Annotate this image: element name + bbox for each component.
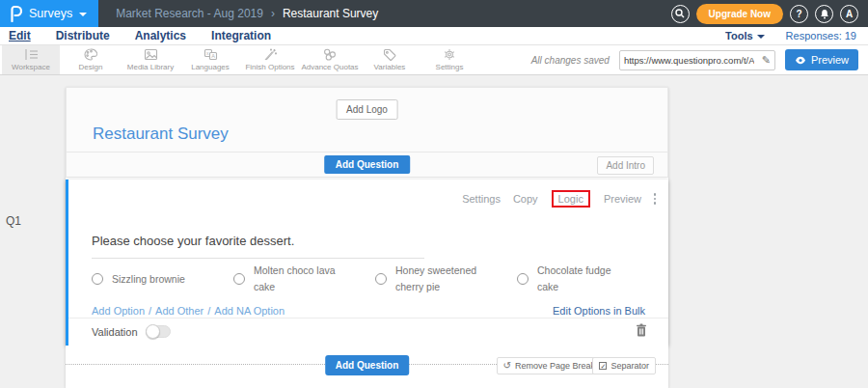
toolbar-item-label: Variables: [374, 63, 406, 71]
validation-toggle[interactable]: [146, 325, 171, 338]
gear-icon: [443, 48, 456, 61]
edit-url-pencil-icon[interactable]: ✎: [758, 54, 774, 67]
radio-button-icon[interactable]: [517, 273, 529, 285]
question-block-q1: Settings Copy Logic Preview Please choos…: [66, 180, 668, 346]
toolbar-item-label: Media Library: [127, 63, 174, 71]
survey-title[interactable]: Restaurant Survey: [93, 125, 229, 144]
nav-tabs: Edit Distribute Analytics Integration: [0, 29, 271, 42]
validation-label: Validation: [92, 326, 138, 338]
avatar[interactable]: A: [840, 5, 858, 23]
topbar-actions: Upgrade Now ? A: [671, 4, 868, 24]
survey-url-input[interactable]: [620, 55, 758, 66]
toolbar-item-label: Workspace: [12, 63, 50, 71]
notifications-button[interactable]: [815, 5, 833, 23]
add-option-link[interactable]: Add Option: [92, 305, 145, 317]
bell-icon: [820, 9, 829, 19]
survey-card: Add Logo Restaurant Survey Add Question …: [66, 87, 668, 388]
separator-toggle-button[interactable]: ✓ Separator: [592, 357, 656, 374]
section-nav: Edit Distribute Analytics Integration To…: [0, 27, 868, 45]
breadcrumb: Market Research - Aug 2019 › Restaurant …: [116, 7, 378, 20]
add-logo-button[interactable]: Add Logo: [336, 99, 398, 120]
tag-icon: [383, 48, 396, 61]
workspace-icon: [24, 48, 39, 61]
image-icon: [144, 48, 158, 61]
add-na-option-link[interactable]: Add NA Option: [214, 305, 285, 317]
add-question-button-bottom[interactable]: Add Question: [325, 355, 410, 375]
surveys-product-menu[interactable]: Surveys: [0, 0, 98, 27]
question-preview-link[interactable]: Preview: [604, 193, 641, 205]
questionpro-logo-icon: [9, 5, 22, 22]
add-intro-button[interactable]: Add Intro: [597, 156, 654, 175]
toolbar-item-design[interactable]: Design: [62, 45, 120, 74]
toolbar-item-workspace[interactable]: Workspace: [2, 45, 60, 74]
responses-count[interactable]: Responses: 19: [786, 30, 856, 42]
search-button[interactable]: [671, 5, 690, 23]
svg-text:x: x: [206, 50, 209, 56]
preview-button[interactable]: Preview: [785, 49, 858, 70]
question-footer-divider: [68, 318, 668, 319]
tab-edit[interactable]: Edit: [9, 29, 31, 42]
add-question-button[interactable]: Add Question: [324, 155, 411, 174]
product-label: Surveys: [29, 7, 72, 20]
question-logic-link-highlighted[interactable]: Logic: [552, 190, 590, 208]
add-other-link[interactable]: Add Other: [155, 305, 203, 317]
toggle-knob: [146, 324, 160, 339]
tab-analytics[interactable]: Analytics: [135, 29, 186, 42]
question-copy-link[interactable]: Copy: [513, 193, 538, 205]
toolbar-item-label: Design: [79, 63, 103, 71]
nav-right: Tools Responses: 19: [725, 30, 868, 42]
translate-icon: Ax: [203, 48, 218, 61]
edit-options-in-bulk-link[interactable]: Edit Options in Bulk: [553, 305, 645, 317]
option-chocolate-fudge-cake[interactable]: Chocolate fudge cake: [517, 263, 659, 296]
editor-toolbar: Workspace Design Media Library Ax Langua…: [0, 45, 868, 75]
toolbar-item-settings[interactable]: Settings: [420, 45, 478, 74]
top-navbar: Surveys Market Research - Aug 2019 › Res…: [0, 0, 868, 27]
option-sizzling-brownie[interactable]: Sizzling brownie: [92, 263, 233, 296]
answer-options: Sizzling brownie Molten choco lava cake …: [92, 263, 659, 296]
eye-icon: [795, 56, 806, 65]
toolbar-item-finish-options[interactable]: Finish Options: [241, 45, 299, 74]
option-label: Molten choco lava cake: [254, 263, 342, 296]
kebab-menu-icon[interactable]: [652, 191, 659, 207]
question-number-label: Q1: [6, 214, 21, 228]
help-button[interactable]: ?: [790, 5, 808, 23]
delete-question-button[interactable]: [636, 323, 647, 340]
tab-distribute[interactable]: Distribute: [56, 29, 110, 42]
checkbox-checked-icon: ✓: [599, 362, 607, 370]
search-icon: [675, 9, 685, 18]
page-break-section: Add Question ↺ Remove Page Break ✓ Separ…: [66, 346, 668, 388]
radio-button-icon[interactable]: [375, 273, 387, 285]
toolbar-item-advance-quotas[interactable]: Advance Quotas: [301, 45, 359, 74]
trash-icon: [636, 323, 647, 337]
toolbar-item-label: Advance Quotas: [301, 63, 358, 71]
chevron-down-icon: [79, 13, 87, 16]
option-links: Add Option / Add Other / Add NA Option: [92, 305, 285, 317]
chevron-down-icon: [757, 35, 765, 39]
question-actions: Settings Copy Logic Preview: [462, 190, 641, 208]
option-label: Chocolate fudge cake: [537, 263, 626, 296]
toolbar-item-media-library[interactable]: Media Library: [122, 45, 179, 74]
toolbar-item-label: Settings: [436, 63, 464, 71]
radio-button-icon[interactable]: [233, 273, 245, 285]
survey-url-box: ✎: [619, 50, 775, 70]
tools-menu[interactable]: Tools: [725, 30, 765, 42]
upgrade-now-button[interactable]: Upgrade Now: [696, 4, 783, 24]
autosave-status: All changes saved: [531, 55, 610, 66]
toolbar-item-variables[interactable]: Variables: [361, 45, 419, 74]
breadcrumb-folder[interactable]: Market Research - Aug 2019: [116, 7, 263, 20]
option-molten-choco-lava-cake[interactable]: Molten choco lava cake: [233, 263, 375, 296]
page-break-icon: ↺: [503, 361, 511, 371]
svg-text:A: A: [211, 53, 215, 59]
question-settings-link[interactable]: Settings: [462, 193, 501, 205]
question-text[interactable]: Please choose your favorite dessert.: [92, 234, 424, 259]
tools-label: Tools: [725, 30, 753, 42]
option-label: Sizzling brownie: [112, 271, 185, 288]
radio-button-icon[interactable]: [92, 273, 103, 285]
remove-page-break-button[interactable]: ↺ Remove Page Break: [497, 357, 602, 374]
toolbar-item-languages[interactable]: Ax Languages: [181, 45, 239, 74]
tab-integration[interactable]: Integration: [211, 29, 271, 42]
survey-canvas: Q1 Add Logo Restaurant Survey Add Questi…: [0, 75, 868, 388]
option-honey-sweetened-cherry-pie[interactable]: Honey sweetened cherry pie: [375, 263, 517, 296]
option-label: Honey sweetened cherry pie: [395, 263, 484, 296]
link-separator: /: [149, 305, 151, 317]
